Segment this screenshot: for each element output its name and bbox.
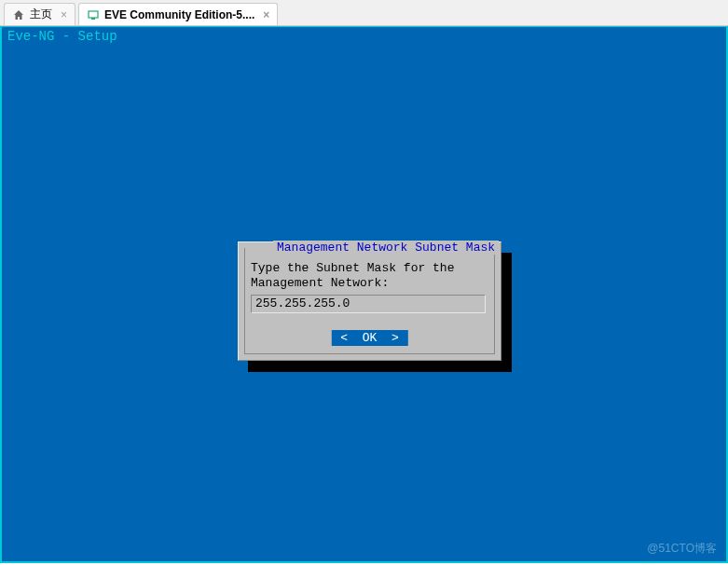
subnet-mask-input[interactable]: 255.255.255.0 — [251, 295, 486, 313]
ok-button[interactable]: < OK > — [331, 330, 407, 346]
dialog-text: Type the Subnet Mask for the Management … — [251, 261, 454, 291]
tab-eve[interactable]: EVE Community Edition-5.... × — [78, 3, 278, 25]
close-icon[interactable]: × — [61, 8, 67, 21]
tab-eve-label: EVE Community Edition-5.... — [104, 8, 254, 21]
close-icon[interactable]: × — [263, 8, 269, 21]
svg-rect-0 — [89, 11, 98, 18]
dialog-inner: Management Network Subnet Mask Type the … — [244, 248, 495, 354]
svg-rect-1 — [91, 18, 95, 20]
home-icon — [12, 8, 25, 21]
tab-home-label: 主页 — [30, 7, 52, 22]
tabs-bar: 主页 × EVE Community Edition-5.... × — [0, 0, 728, 26]
vm-icon — [87, 8, 100, 21]
terminal-area: Eve-NG - Setup Management Network Subnet… — [0, 26, 728, 563]
dialog-subnet-mask: Management Network Subnet Mask Type the … — [238, 241, 501, 361]
terminal-title: Eve-NG - Setup — [7, 29, 117, 44]
watermark: @51CTO博客 — [647, 541, 717, 557]
tab-home[interactable]: 主页 × — [4, 3, 76, 25]
dialog-title: Management Network Subnet Mask — [273, 241, 499, 255]
